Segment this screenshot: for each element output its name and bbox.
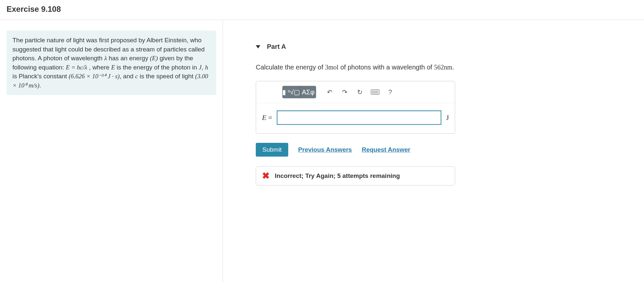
c-var: c	[135, 73, 138, 80]
intro-text: is the speed of light	[138, 73, 195, 80]
intro-text: , and	[120, 73, 135, 80]
exercise-header: Exercise 9.108	[0, 0, 644, 20]
exercise-title: Exercise 9.108	[7, 5, 637, 14]
chevron-down-icon	[256, 45, 260, 48]
reset-icon: ↻	[357, 88, 363, 96]
answer-box: ▮ ⁿ√▢ ΑΣφ ↶ ↷ ↻ ? E = J	[256, 81, 455, 134]
keyboard-icon	[371, 89, 379, 95]
intro-text: is the energy of the photon in	[115, 64, 199, 71]
q-text: Calculate the energy of	[256, 64, 325, 71]
lambda-symbol: λ	[104, 55, 107, 62]
lhs-var: E	[262, 113, 266, 122]
left-panel: The particle nature of light was first p…	[0, 20, 223, 282]
answer-lhs: E =	[262, 113, 272, 122]
input-row: E = J	[256, 103, 455, 133]
planck-constant: (6.626 × 10⁻³⁴ J · s)	[69, 73, 120, 80]
redo-icon: ↷	[342, 88, 348, 96]
intro-text: ,	[202, 64, 205, 71]
intro-text: has an energy	[107, 55, 150, 62]
question-text: Calculate the energy of 3mol of photons …	[256, 64, 587, 71]
feedback-text: Incorrect; Try Again; 5 attempts remaini…	[275, 172, 400, 180]
q-wavelength: 562nm	[434, 64, 453, 71]
e-var: E	[111, 64, 115, 71]
energy-symbol: (E)	[150, 55, 158, 62]
submit-button[interactable]: Submit	[256, 143, 288, 157]
greek-button[interactable]: ΑΣφ	[300, 86, 316, 98]
toolbar-group: ▮ ⁿ√▢ ΑΣφ	[282, 86, 316, 98]
request-answer-link[interactable]: Request Answer	[362, 146, 410, 153]
templates-button[interactable]: ▮ ⁿ√▢	[282, 86, 300, 98]
actions-row: Submit Previous Answers Request Answer	[256, 143, 587, 157]
help-button[interactable]: ?	[384, 86, 397, 98]
intro-text: is Planck's constant	[12, 73, 69, 80]
feedback-box: ✖ Incorrect; Try Again; 5 attempts remai…	[256, 166, 455, 185]
intro-box: The particle nature of light was first p…	[7, 30, 216, 95]
reset-button[interactable]: ↻	[353, 86, 367, 98]
equation-toolbar: ▮ ⁿ√▢ ΑΣφ ↶ ↷ ↻ ?	[256, 81, 455, 103]
incorrect-icon: ✖	[262, 171, 270, 181]
help-icon: ?	[388, 88, 392, 96]
intro-text: , where	[87, 64, 111, 71]
answer-unit: J	[446, 113, 449, 122]
q-text: .	[452, 64, 454, 71]
right-panel: Part A Calculate the energy of 3mol of p…	[223, 20, 600, 282]
part-header[interactable]: Part A	[256, 43, 587, 50]
equation: E = hc/λ	[66, 64, 87, 71]
keyboard-button[interactable]	[369, 86, 382, 98]
h-var: h	[205, 64, 208, 71]
q-text: of photons with a wavelength of	[338, 64, 434, 71]
content-area: The particle nature of light was first p…	[0, 20, 644, 282]
undo-icon: ↶	[327, 88, 332, 96]
redo-button[interactable]: ↷	[338, 86, 352, 98]
intro-text: .	[39, 82, 41, 89]
lhs-eq: =	[266, 113, 272, 122]
part-title: Part A	[267, 43, 286, 50]
answer-input[interactable]	[277, 110, 441, 125]
q-mol: 3mol	[325, 64, 338, 71]
undo-button[interactable]: ↶	[323, 86, 336, 98]
previous-answers-link[interactable]: Previous Answers	[298, 146, 352, 153]
j-unit: J	[199, 64, 201, 71]
